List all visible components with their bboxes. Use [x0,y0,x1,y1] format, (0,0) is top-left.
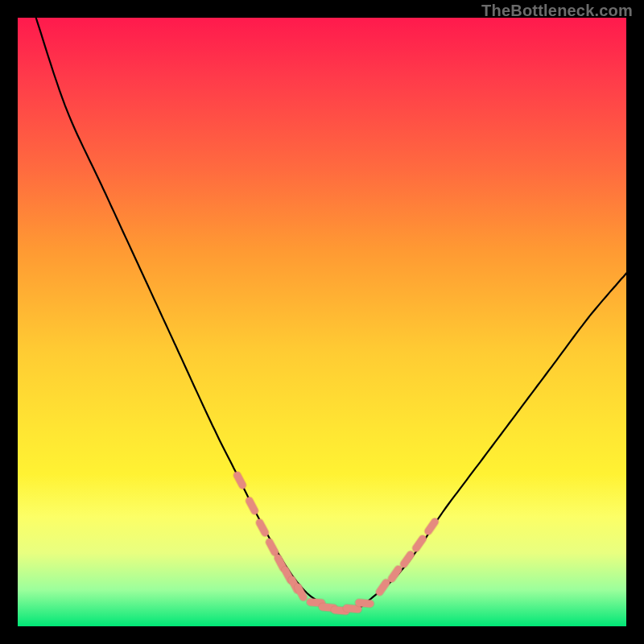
marker-pill [250,501,255,510]
marker-pill [311,602,322,603]
marker-pill [298,588,303,597]
curve-svg [18,18,626,626]
marker-pill [260,522,266,532]
marker-pill [359,603,370,604]
marker-pill [347,609,358,609]
watermark-text: TheBottleneck.com [481,2,633,20]
marker-pill [278,558,283,568]
marker-pill [270,543,275,552]
marker-cluster-bottom [311,602,370,611]
marker-cluster-right [380,522,435,592]
marker-pill [237,475,243,485]
chart-frame: TheBottleneck.com [0,0,644,644]
bottleneck-curve [36,18,626,611]
plot-area [18,18,626,626]
